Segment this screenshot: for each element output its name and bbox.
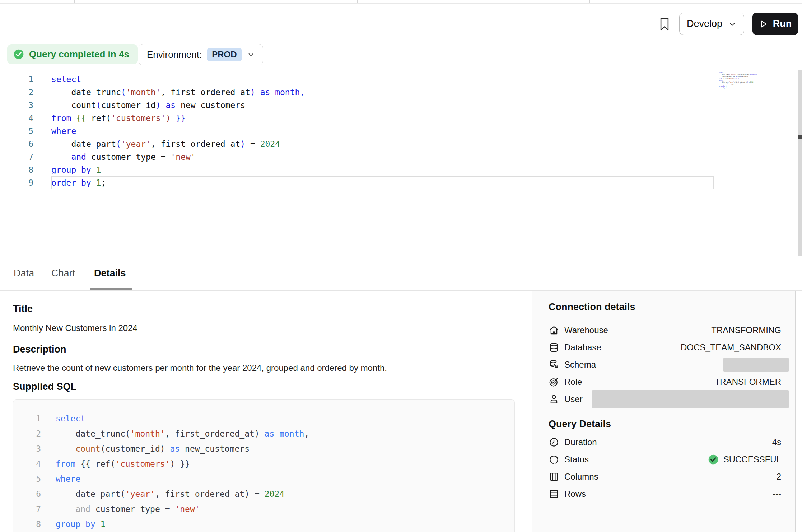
row-label: Duration <box>564 437 597 447</box>
role-icon <box>549 377 559 387</box>
row-value: 2 <box>777 472 781 482</box>
code-line: 4from {{ ref('customers') }} <box>0 112 802 125</box>
connection-row-role: RoleTRANSFORMER <box>549 373 781 391</box>
code-text: group by 1 <box>51 163 101 176</box>
bookmark-button[interactable] <box>656 16 671 32</box>
line-number: 2 <box>13 426 41 441</box>
line-number: 4 <box>13 456 41 471</box>
row-label: Rows <box>564 489 586 499</box>
schema-icon <box>549 359 559 370</box>
code-text: date_part('year', first_ordered_at) = 20… <box>51 137 280 150</box>
code-line: 5where <box>13 471 514 486</box>
query-status-pill: Query completed in 4s <box>7 44 138 64</box>
browser-tab-strip <box>0 0 802 4</box>
code-text: date_part('year', first_ordered_at) = 20… <box>56 486 284 501</box>
line-number: 5 <box>13 471 41 486</box>
develop-label: Develop <box>687 18 722 29</box>
code-text: and customer_type = 'new' <box>56 501 200 517</box>
environment-value-pill: PROD <box>207 48 242 61</box>
line-number: 1 <box>0 73 33 86</box>
code-line: 5where <box>0 125 802 137</box>
tab-details[interactable]: Details <box>94 256 126 290</box>
row-label: Status <box>564 454 589 465</box>
code-text: and customer_type = 'new' <box>51 150 196 163</box>
code-line: 2 date_trunc('month', first_ordered_at) … <box>13 426 514 441</box>
environment-selector[interactable]: Environment: PROD <box>139 44 263 65</box>
browser-tab-separator <box>474 0 474 3</box>
warehouse-icon <box>549 325 559 336</box>
connection-details-heading: Connection details <box>549 302 635 313</box>
line-number: 5 <box>0 125 33 137</box>
tab-chart[interactable]: Chart <box>51 256 75 290</box>
code-text: date_trunc('month', first_ordered_at) as… <box>56 426 309 441</box>
row-value: TRANSFORMING <box>711 325 781 335</box>
line-number: 3 <box>13 441 41 456</box>
code-text: date_trunc('month', first_ordered_at) as… <box>51 86 305 99</box>
line-number: 8 <box>0 163 33 176</box>
code-text: order by 1; <box>719 87 727 89</box>
row-value: --- <box>773 489 781 499</box>
develop-dropdown-button[interactable]: Develop <box>679 13 744 35</box>
code-line: 6 date_part('year', first_ordered_at) = … <box>13 486 514 501</box>
browser-tab-separator <box>357 0 358 3</box>
code-line: 8group by 1 <box>0 163 802 176</box>
code-text: select <box>51 73 81 86</box>
code-line: 7 and customer_type = 'new' <box>13 501 514 517</box>
app-window: { "colors": { "status_green_bg": "#e7f6e… <box>0 0 802 532</box>
query-status-message: Query completed in 4s <box>29 49 129 60</box>
duration-icon <box>549 437 559 448</box>
row-label: Database <box>564 342 601 353</box>
results-tab-bar: DataChartDetails <box>0 256 802 291</box>
user-icon <box>549 394 559 405</box>
redacted-value <box>723 358 789 372</box>
code-line: 3 count(customer_id) as new_customers <box>0 99 802 112</box>
line-number: 1 <box>13 411 41 426</box>
row-value: 4s <box>772 437 781 447</box>
row-value: DOCS_TEAM_SANDBOX <box>681 342 781 353</box>
query-row-columns: Columns2 <box>549 468 781 485</box>
run-button[interactable]: Run <box>752 13 798 35</box>
active-tab-indicator <box>90 288 132 290</box>
line-number: 8 <box>13 517 41 532</box>
line-number: 6 <box>0 137 33 150</box>
sql-editor[interactable]: 1select2 date_trunc('month', first_order… <box>0 70 802 256</box>
tab-data[interactable]: Data <box>14 256 34 290</box>
row-label: User <box>564 394 583 404</box>
editor-minimap[interactable]: select date_trunc('month', first_ordered… <box>716 71 763 93</box>
line-number: 7 <box>13 501 41 517</box>
code-text: from {{ ref('customers') }} <box>51 112 186 125</box>
code-line: 7 and customer_type = 'new' <box>0 150 802 163</box>
browser-tab-separator <box>687 0 687 3</box>
row-label: Warehouse <box>564 325 608 335</box>
connection-row-database: DatabaseDOCS_TEAM_SANDBOX <box>549 339 781 356</box>
code-line: order by 1; <box>716 87 763 89</box>
redacted-value <box>592 390 789 408</box>
description-heading: Description <box>13 344 66 355</box>
code-line: 1select <box>13 411 514 426</box>
row-label: Schema <box>564 360 596 370</box>
query-row-rows: Rows--- <box>549 485 781 503</box>
success-check-icon <box>708 454 719 465</box>
row-label: Columns <box>564 472 598 482</box>
code-line: 9order by 1; <box>0 176 802 189</box>
code-text: where <box>56 471 80 486</box>
code-line: 4from {{ ref('customers') }} <box>13 456 514 471</box>
code-text: count(customer_id) as new_customers <box>56 441 250 456</box>
environment-label: Environment: <box>147 49 202 60</box>
code-text: count(customer_id) as new_customers <box>51 99 245 112</box>
row-label: Role <box>564 377 582 387</box>
chevron-down-icon <box>728 20 737 28</box>
connection-row-warehouse: WarehouseTRANSFORMING <box>549 322 781 339</box>
code-line: 2 date_trunc('month', first_ordered_at) … <box>0 86 802 99</box>
editor-scrollbar[interactable] <box>798 70 802 256</box>
code-line: 8group by 1 <box>13 517 514 532</box>
code-text: from {{ ref('customers') }} <box>56 456 190 471</box>
columns-icon <box>549 471 559 482</box>
browser-tab-separator <box>589 0 590 3</box>
line-number: 9 <box>0 176 33 189</box>
code-text: order by 1; <box>51 176 106 189</box>
query-details-heading: Query Details <box>549 419 611 430</box>
line-number: 2 <box>0 86 33 99</box>
editor-scrollbar-thumb[interactable] <box>798 135 802 139</box>
code-line: 6 date_part('year', first_ordered_at) = … <box>0 137 802 150</box>
